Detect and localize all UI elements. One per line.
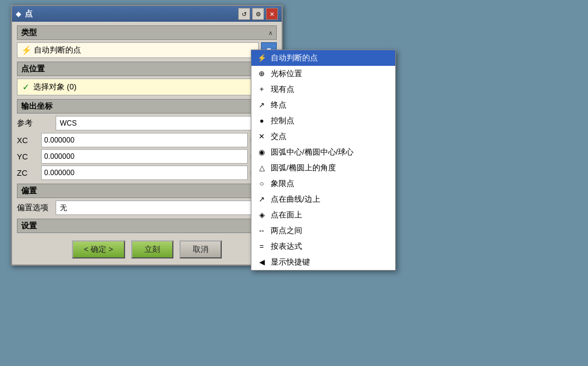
dialog-body: 类型 ∧ ⚡ 自动判断的点 ▼ 点位置 ∧ ✓ 选择对象 (0) ⊕ 输出坐标 … (12, 22, 282, 265)
footer-buttons: < 确定 > 立刻 取消 (17, 236, 277, 261)
popup-item-1[interactable]: ⊕光标位置 (251, 66, 395, 82)
popup-item-2[interactable]: +现有点 (251, 82, 395, 97)
offset-row: 偏置选项 无 ▼ (17, 201, 277, 215)
zc-row: ZC mm ▼ (17, 165, 277, 180)
offset-option-label: 偏置选项 (17, 202, 53, 213)
point-position-label: 点位置 (21, 63, 45, 74)
close-button[interactable]: ✕ (266, 8, 278, 20)
popup-item-icon-3: ↗ (256, 101, 267, 109)
title-bar: ◆ 点 ↺ ⚙ ✕ (12, 6, 282, 22)
point-position-header: 点位置 ∧ (17, 62, 277, 76)
offset-section-label: 偏置 (21, 185, 37, 196)
popup-item-label-2: 现有点 (271, 84, 294, 95)
popup-item-icon-7: △ (256, 164, 267, 172)
type-dropdown-icon: ⚡ (21, 45, 31, 55)
reference-label: 参考 (17, 118, 53, 129)
apply-button[interactable]: 立刻 (131, 240, 173, 258)
type-section-header: 类型 ∧ (17, 25, 277, 40)
yc-input[interactable] (41, 149, 248, 164)
popup-item-label-9: 点在曲线/边上 (271, 194, 320, 205)
xc-row: XC mm ▼ (17, 133, 277, 147)
point-position-row: ✓ 选择对象 (0) ⊕ (17, 79, 277, 95)
popup-item-13[interactable]: ◀显示快捷键 (251, 254, 395, 270)
popup-item-icon-5: ✕ (256, 132, 267, 141)
cancel-button[interactable]: 取消 (179, 240, 222, 258)
popup-item-8[interactable]: ○象限点 (251, 176, 395, 191)
popup-item-12[interactable]: =按表达式 (251, 239, 395, 254)
settings-section-header: 设置 ∨ (17, 219, 277, 233)
type-section-arrow: ∧ (268, 30, 273, 36)
popup-item-icon-8: ○ (256, 179, 267, 188)
output-coords-label: 输出坐标 (21, 101, 53, 112)
popup-item-label-6: 圆弧中心/椭圆中心/球心 (271, 147, 354, 158)
popup-item-icon-4: ● (256, 117, 267, 125)
popup-item-5[interactable]: ✕交点 (251, 129, 395, 144)
popup-item-0[interactable]: ⚡自动判断的点 (251, 50, 395, 66)
popup-item-10[interactable]: ◈点在面上 (251, 207, 395, 223)
reference-select[interactable]: WCS (56, 116, 262, 130)
popup-item-label-7: 圆弧/椭圆上的角度 (271, 162, 336, 173)
popup-item-11[interactable]: ↔两点之间 (251, 223, 395, 239)
ok-button[interactable]: < 确定 > (72, 240, 125, 258)
popup-item-icon-0: ⚡ (256, 54, 267, 62)
popup-item-icon-12: = (256, 242, 267, 251)
popup-item-label-1: 光标位置 (271, 68, 302, 79)
xc-label: XC (17, 136, 41, 145)
settings-section-label: 设置 (21, 220, 37, 231)
popup-item-7[interactable]: △圆弧/椭圆上的角度 (251, 160, 395, 176)
popup-item-label-10: 点在面上 (271, 210, 302, 220)
settings-button[interactable]: ⚙ (252, 8, 264, 20)
reference-value: WCS (60, 119, 77, 127)
popup-item-icon-11: ↔ (256, 226, 267, 235)
offset-value: 无 (60, 203, 67, 213)
popup-item-icon-6: ◉ (256, 148, 267, 156)
dropdown-popup: ⚡自动判断的点⊕光标位置+现有点↗终点●控制点✕交点◉圆弧中心/椭圆中心/球心△… (251, 50, 396, 271)
popup-item-icon-10: ◈ (256, 211, 267, 219)
popup-item-6[interactable]: ◉圆弧中心/椭圆中心/球心 (251, 144, 395, 160)
popup-item-4[interactable]: ●控制点 (251, 113, 395, 129)
popup-item-icon-9: ↗ (256, 195, 267, 204)
select-objects-button[interactable]: ✓ 选择对象 (0) (17, 79, 255, 95)
reference-row: 参考 WCS ▼ (17, 116, 277, 130)
dialog-title: 点 (25, 8, 33, 19)
reset-button[interactable]: ↺ (238, 8, 250, 20)
offset-select[interactable]: 无 (56, 201, 262, 215)
type-dropdown[interactable]: ⚡ 自动判断的点 (17, 42, 259, 58)
select-objects-text: 选择对象 (0) (33, 82, 77, 92)
yc-row: YC mm ▼ (17, 149, 277, 164)
dialog-icon: ◆ (16, 10, 21, 18)
type-dropdown-value: 自动判断的点 (34, 45, 81, 56)
title-bar-left: ◆ 点 (16, 8, 33, 19)
popup-item-label-5: 交点 (271, 131, 286, 142)
popup-item-label-0: 自动判断的点 (271, 53, 318, 63)
popup-item-label-12: 按表达式 (271, 241, 302, 252)
popup-item-label-13: 显示快捷键 (271, 257, 310, 268)
popup-item-icon-1: ⊕ (256, 69, 267, 78)
popup-item-icon-2: + (256, 85, 267, 94)
yc-label: YC (17, 152, 41, 161)
check-icon: ✓ (22, 82, 30, 92)
type-section-label: 类型 (21, 27, 37, 38)
popup-item-icon-13: ◀ (256, 258, 267, 266)
type-dropdown-row: ⚡ 自动判断的点 ▼ (17, 42, 277, 58)
popup-item-label-4: 控制点 (271, 115, 294, 126)
offset-section-header: 偏置 ∧ (17, 184, 277, 198)
popup-item-3[interactable]: ↗终点 (251, 97, 395, 113)
popup-item-label-3: 终点 (271, 100, 286, 111)
popup-item-9[interactable]: ↗点在曲线/边上 (251, 191, 395, 207)
title-bar-buttons: ↺ ⚙ ✕ (238, 8, 278, 20)
zc-label: ZC (17, 169, 41, 178)
popup-item-label-11: 两点之间 (271, 225, 302, 236)
xc-input[interactable] (41, 133, 248, 147)
output-coords-header: 输出坐标 ∧ (17, 99, 277, 114)
main-dialog: ◆ 点 ↺ ⚙ ✕ 类型 ∧ ⚡ 自动判断的点 ▼ 点位置 ∧ (11, 5, 283, 266)
zc-input[interactable] (41, 165, 248, 180)
popup-item-label-8: 象限点 (271, 178, 294, 189)
